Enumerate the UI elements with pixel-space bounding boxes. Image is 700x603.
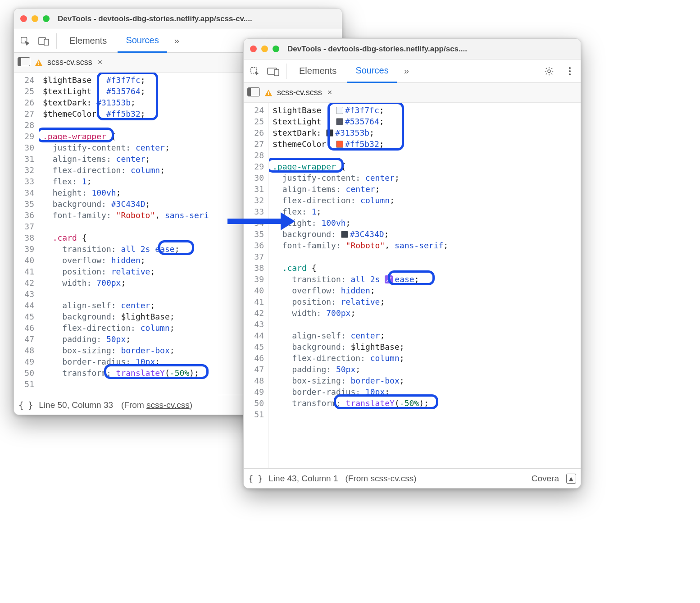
cursor-position: Line 50, Column 33 <box>39 400 113 410</box>
status-bar: { } Line 43, Column 1 (From scss-cv.css)… <box>244 468 581 488</box>
warning-icon <box>35 59 43 67</box>
line-gutter: 24 25 26 27 28 29 30 31 32 33 34 35 36 3… <box>14 73 39 395</box>
format-icon[interactable]: { } <box>248 474 262 484</box>
close-icon[interactable] <box>20 15 27 22</box>
tab-elements[interactable]: Elements <box>291 59 345 83</box>
traffic-lights <box>20 15 50 22</box>
maximize-icon[interactable] <box>43 15 50 22</box>
titlebar-right: DevTools - devtools-dbg-stories.netlify.… <box>244 39 581 59</box>
cursor-position: Line 43, Column 1 <box>268 474 338 484</box>
svg-point-8 <box>548 70 550 73</box>
code-editor[interactable]: 24 25 26 27 28 29 30 31 32 33 34 35 36 3… <box>244 103 581 468</box>
titlebar-left: DevTools - devtools-dbg-stories.netlify.… <box>14 9 342 29</box>
file-name[interactable]: scss-cv.scss <box>277 88 322 97</box>
close-icon[interactable] <box>250 46 257 52</box>
devtools-window-right: DevTools - devtools-dbg-stories.netlify.… <box>243 38 581 489</box>
tab-elements[interactable]: Elements <box>61 29 115 53</box>
more-tabs-icon[interactable]: » <box>170 36 184 46</box>
minimize-icon[interactable] <box>32 15 38 22</box>
inspect-element-icon[interactable] <box>17 33 33 49</box>
expand-drawer-icon[interactable]: ▴ <box>566 474 576 484</box>
device-toolbar-icon[interactable] <box>265 63 282 79</box>
more-tabs-icon[interactable]: » <box>400 66 414 76</box>
source-map-link[interactable]: scss-cv.css <box>146 400 190 410</box>
minimize-icon[interactable] <box>261 46 268 52</box>
tab-sources[interactable]: Sources <box>118 29 167 53</box>
warning-icon <box>264 89 273 97</box>
code-content[interactable]: $lightBase #f3f7fc; $textLight #535764; … <box>269 103 581 468</box>
coverage-label[interactable]: Covera <box>532 474 559 484</box>
svg-rect-4 <box>38 64 39 65</box>
from-suffix: ) <box>414 474 416 483</box>
device-toolbar-icon[interactable] <box>36 33 52 49</box>
comparison-arrow-icon <box>227 219 282 224</box>
debugger-panel-icon[interactable] <box>18 57 30 68</box>
svg-rect-9 <box>268 91 269 94</box>
from-prefix: (From <box>121 400 146 410</box>
file-tab-row: scss-cv.scss × <box>244 83 581 103</box>
line-gutter: 24 25 26 27 28 29 30 31 32 33 34 35 36 3… <box>244 103 269 468</box>
source-map-link[interactable]: scss-cv.css <box>370 474 414 483</box>
from-suffix: ) <box>190 400 192 410</box>
kebab-menu-icon[interactable] <box>562 63 578 79</box>
tab-sources[interactable]: Sources <box>347 59 396 83</box>
svg-rect-3 <box>38 61 39 64</box>
file-name[interactable]: scss-cv.scss <box>47 58 92 67</box>
svg-rect-10 <box>268 94 269 95</box>
svg-rect-7 <box>274 69 279 76</box>
maximize-icon[interactable] <box>273 46 279 52</box>
traffic-lights <box>250 46 279 52</box>
window-title: DevTools - devtools-dbg-stories.netlify.… <box>287 45 467 54</box>
from-prefix: (From <box>345 474 371 483</box>
debugger-panel-icon[interactable] <box>247 87 260 98</box>
inspect-element-icon[interactable] <box>246 63 263 79</box>
settings-icon[interactable] <box>541 63 557 79</box>
svg-rect-2 <box>44 39 49 46</box>
main-tabbar: Elements Sources » <box>244 59 581 83</box>
window-title: DevTools - devtools-dbg-stories.netlify.… <box>58 14 252 23</box>
close-file-icon[interactable]: × <box>327 88 332 97</box>
format-icon[interactable]: { } <box>18 400 32 410</box>
close-file-icon[interactable]: × <box>98 58 103 67</box>
